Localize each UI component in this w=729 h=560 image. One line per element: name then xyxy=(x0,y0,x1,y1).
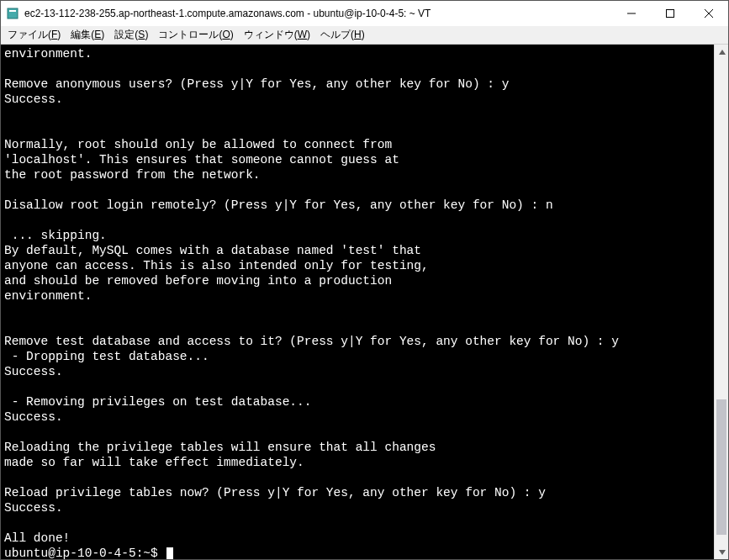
window-title: ec2-13-112-238-255.ap-northeast-1.comput… xyxy=(24,8,612,19)
svg-marker-6 xyxy=(719,50,726,55)
svg-rect-1 xyxy=(9,10,16,12)
shell-prompt: ubuntu@ip-10-0-4-5:~$ xyxy=(4,547,165,559)
terminal-output: environment. Remove anonymous users? (Pr… xyxy=(4,47,619,545)
maximize-button[interactable] xyxy=(651,1,689,26)
terminal-container: environment. Remove anonymous users? (Pr… xyxy=(1,45,728,559)
menu-help[interactable]: ヘルプ(H) xyxy=(315,26,370,44)
svg-rect-0 xyxy=(8,8,18,18)
menu-edit[interactable]: 編集(E) xyxy=(66,26,109,44)
menu-file[interactable]: ファイル(F) xyxy=(3,26,66,44)
window-controls xyxy=(612,1,728,26)
app-icon xyxy=(6,7,19,20)
svg-rect-3 xyxy=(667,10,674,18)
window-titlebar: ec2-13-112-238-255.ap-northeast-1.comput… xyxy=(1,1,728,26)
close-button[interactable] xyxy=(689,1,728,26)
terminal[interactable]: environment. Remove anonymous users? (Pr… xyxy=(1,45,714,559)
svg-marker-7 xyxy=(719,550,726,555)
minimize-button[interactable] xyxy=(612,1,651,26)
scroll-thumb[interactable] xyxy=(716,399,726,536)
menu-control[interactable]: コントロール(O) xyxy=(153,26,238,44)
menu-bar: ファイル(F) 編集(E) 設定(S) コントロール(O) ウィンドウ(W) ヘ… xyxy=(1,26,728,45)
scroll-up-button[interactable] xyxy=(715,45,729,59)
scroll-track[interactable] xyxy=(715,59,728,545)
terminal-cursor xyxy=(166,547,173,559)
vertical-scrollbar[interactable] xyxy=(714,45,728,559)
menu-setup[interactable]: 設定(S) xyxy=(109,26,153,44)
menu-window[interactable]: ウィンドウ(W) xyxy=(239,26,315,44)
scroll-down-button[interactable] xyxy=(715,545,729,559)
